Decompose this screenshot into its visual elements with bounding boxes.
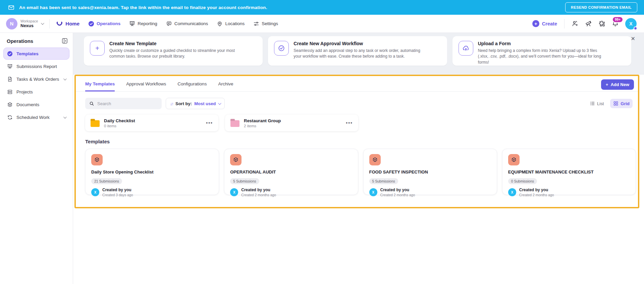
submissions-badge: 0 Submissions: [508, 178, 537, 184]
workspace-avatar: N: [6, 18, 17, 29]
chevron-down-icon: [41, 21, 44, 25]
resend-confirmation-button[interactable]: RESEND CONFIRMATION EMAIL: [565, 2, 637, 12]
nav-home[interactable]: Home: [56, 20, 79, 27]
grid-icon: [613, 101, 619, 106]
submissions-badge: 5 Submissions: [230, 178, 259, 184]
workspace-label: Workspace: [20, 19, 38, 23]
tab-my-templates[interactable]: My Templates: [85, 81, 115, 91]
info-card-approval-workflow[interactable]: Create New Approval Workflow Seamlessly …: [268, 36, 447, 66]
sidebar-item-projects[interactable]: Projects: [3, 86, 69, 98]
search-input[interactable]: [97, 101, 158, 106]
ellipsis-menu-icon[interactable]: •••: [346, 120, 353, 126]
integrations-puzzle-icon[interactable]: [598, 20, 605, 27]
header-divider: [564, 19, 565, 28]
header-divider: [49, 19, 50, 28]
sidebar-item-templates[interactable]: Templates: [3, 48, 69, 60]
stack-icon: [7, 89, 13, 95]
view-toggle: List Grid: [587, 99, 633, 108]
cloud-upload-icon: [459, 41, 473, 56]
tab-configurations[interactable]: Configurations: [177, 81, 207, 91]
info-card-create-template[interactable]: + Create New Template Quickly create or …: [84, 36, 263, 66]
tab-archive[interactable]: Archive: [218, 81, 233, 91]
template-cards-grid: Daily Store Opening Checklist 21 Submiss…: [76, 144, 638, 195]
sidebar-item-scheduled-work[interactable]: Scheduled Work: [3, 111, 69, 123]
recurring-icon: [7, 115, 13, 120]
avatar: X: [230, 188, 238, 196]
check-circle-icon: [7, 51, 13, 57]
user-avatar[interactable]: X: [625, 18, 637, 29]
search-icon: [89, 101, 94, 106]
tab-bar: My Templates Approval Workflows Configur…: [76, 76, 638, 92]
envelope-icon: [8, 4, 14, 11]
list-view-button[interactable]: List: [587, 99, 607, 108]
xenia-logo-icon: [56, 20, 63, 27]
avatar: X: [91, 188, 99, 196]
nav-reporting[interactable]: Reporting: [129, 21, 157, 27]
nav-locations[interactable]: Locations: [217, 21, 245, 27]
cube-icon: [369, 154, 381, 165]
header-actions: + Create 99+ X: [532, 18, 637, 29]
notifications-bell-icon[interactable]: 99+: [612, 20, 619, 27]
sidebar-item-tasks-work-orders[interactable]: Tasks & Work Orders: [3, 73, 69, 85]
template-card[interactable]: EQUIPMENT MAINTENANCE CHECKLIST 0 Submis…: [502, 149, 636, 195]
sidebar-item-submissions-report[interactable]: Submissions Report: [3, 60, 69, 72]
nav-operations[interactable]: Operations: [88, 21, 120, 27]
chevron-down-icon: [63, 77, 67, 80]
notification-badge: 99+: [612, 16, 623, 23]
info-card-upload-form[interactable]: Upload a Form Need help bringing a compl…: [452, 36, 631, 66]
sort-arrows-icon: ↓↑: [170, 101, 173, 106]
badge-check-icon: [274, 41, 289, 56]
sidebar: Operations Templates Submissions Report …: [0, 33, 73, 284]
submissions-badge: 5 Submissions: [369, 178, 398, 184]
create-button[interactable]: + Create: [532, 20, 557, 27]
chevron-down-icon: [63, 115, 67, 119]
sliders-icon: [253, 21, 259, 27]
template-card[interactable]: Daily Store Opening Checklist 21 Submiss…: [85, 149, 219, 195]
main-nav: Home Operations Reporting Communications…: [56, 20, 278, 27]
search-box: [85, 98, 162, 109]
status-dot: [634, 26, 637, 30]
toolbar: ↓↑ Sort by: Most used List: [76, 92, 638, 109]
add-new-button[interactable]: + Add New: [601, 79, 634, 90]
presentation-icon: [129, 21, 135, 27]
list-icon: [590, 101, 595, 106]
grid-view-button[interactable]: Grid: [610, 99, 633, 108]
folder-card[interactable]: Restaurant Group 2 items •••: [225, 115, 358, 131]
submissions-badge: 21 Submissions: [91, 178, 122, 184]
sidebar-item-documents[interactable]: Documents: [3, 98, 69, 111]
banner-message: An email has been sent to sales@xenia.te…: [19, 5, 267, 10]
layers-icon: [7, 102, 13, 108]
template-card[interactable]: OPERATIONAL AUDIT 5 Submissions X Create…: [224, 149, 358, 195]
tab-approval-workflows[interactable]: Approval Workflows: [126, 81, 166, 91]
confirmation-banner: An email has been sent to sales@xenia.te…: [0, 0, 644, 15]
plus-icon: +: [606, 82, 608, 87]
invite-user-icon[interactable]: [572, 20, 579, 27]
sort-dropdown[interactable]: ↓↑ Sort by: Most used: [166, 98, 225, 109]
nav-settings[interactable]: Settings: [253, 21, 278, 27]
templates-section-title: Templates: [76, 131, 638, 144]
map-pin-icon: [217, 21, 223, 27]
folder-icon: [91, 120, 100, 127]
workspace-selector[interactable]: N Workspace Nexus: [6, 18, 43, 29]
sidebar-title: Operations: [7, 38, 33, 44]
cube-icon: [91, 154, 103, 165]
plus-icon: +: [532, 20, 539, 27]
plus-icon: +: [90, 41, 105, 56]
templates-panel: My Templates Approval Workflows Configur…: [74, 75, 639, 208]
telescope-icon[interactable]: [585, 20, 592, 27]
close-icon[interactable]: ✕: [631, 36, 635, 42]
document-icon: [7, 76, 13, 82]
nav-communications[interactable]: Communications: [166, 21, 208, 27]
cube-icon: [230, 154, 241, 165]
onboarding-strip: ✕ + Create New Template Quickly create o…: [73, 33, 644, 75]
app-header: N Workspace Nexus Home Operations Report…: [0, 15, 644, 33]
template-card[interactable]: FOOD SAFETY INSPECTION 5 Submissions X C…: [363, 149, 497, 195]
main-content: ✕ + Create New Template Quickly create o…: [73, 33, 644, 284]
chevron-down-icon: [218, 101, 221, 105]
folders-row: Daily Checklist 0 items ••• Restaurant G…: [76, 109, 638, 131]
folder-card[interactable]: Daily Checklist 0 items •••: [85, 115, 218, 131]
ellipsis-menu-icon[interactable]: •••: [206, 120, 213, 126]
workspace-name: Nexus: [20, 23, 38, 28]
cube-icon: [508, 154, 520, 165]
collapse-sidebar-icon[interactable]: [61, 38, 68, 44]
